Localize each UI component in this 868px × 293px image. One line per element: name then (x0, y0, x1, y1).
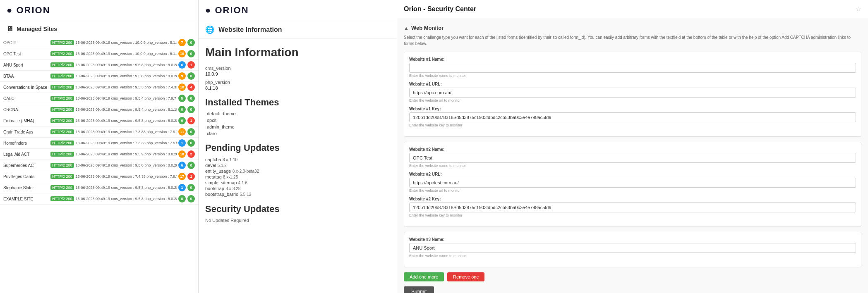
web-monitor-header[interactable]: ▲ Web Monitor (404, 25, 861, 31)
website-1-name-group: Website #1 Name: Enter the website name … (409, 57, 856, 78)
update-count-badge: 6 (178, 61, 186, 69)
add-remove-row: Add one more Remove one (404, 272, 861, 281)
table-row[interactable]: Homefinders HTTP/2 200 13-06-2023 09:49:… (0, 138, 198, 149)
site-date-info: 13-06-2023 09:49:19 cms_version : 9.5.4 … (76, 107, 177, 112)
left-panel: ● ORION 🖥 Managed Sites OPC IT HTTP/2 20… (0, 0, 199, 293)
website-3-name-group: Website #3 Name: Enter the website name … (409, 237, 856, 258)
update-item: entity_usage 8.x-2.0-beta32 (205, 168, 390, 174)
table-row[interactable]: Embrace (IMHA) HTTP/2 200 13-06-2023 09:… (0, 115, 198, 126)
cms-value: 10.0.9 (205, 71, 390, 76)
site-name: Embrace (IMHA) (3, 119, 49, 123)
http-status-badge: HTTP/2 200 (50, 62, 74, 67)
security-count-badge: 0 (187, 184, 195, 191)
installed-themes-title: Installed Themes (205, 97, 390, 108)
website-1-url-input[interactable] (409, 88, 856, 98)
mid-logo: ● ORION (205, 5, 390, 16)
website-2-key-label: Website #2 Key: (409, 197, 856, 201)
table-row[interactable]: Grain Trade Aus HTTP/2 200 13-06-2023 09… (0, 126, 198, 138)
site-date-info: 13-06-2023 09:49:19 cms_version : 9.5.9 … (76, 152, 177, 156)
table-row[interactable]: OPC IT HTTP/2 200 13-06-2023 09:49:19 cm… (0, 37, 198, 48)
site-date-info: 13-06-2023 09:49:19 cms_version : 10.0.9… (76, 40, 177, 45)
website-3-name-hint: Enter the website name to monitor (409, 254, 856, 258)
star-icon[interactable]: ☆ (856, 5, 861, 13)
table-row[interactable]: CALC HTTP/2 200 13-06-2023 09:49:19 cms_… (0, 93, 198, 104)
update-name: entity_usage (205, 169, 231, 174)
site-name: OPC Test (3, 52, 49, 56)
left-logo: ● ORION (7, 5, 192, 16)
update-version: 8.x-1.10 (223, 157, 237, 162)
http-status-badge: HTTP/2 200 (50, 152, 74, 157)
website-1-name-input[interactable] (409, 63, 856, 73)
website-3-name-input[interactable] (409, 243, 856, 253)
security-count-badge: 0 (187, 39, 195, 46)
http-status-badge: HTTP/2 200 (50, 118, 74, 123)
website-info-icon: 🌐 (205, 25, 214, 34)
site-name: Legal Aid ACT (3, 152, 49, 157)
update-name: captcha (205, 157, 221, 162)
theme-item: default_theme (205, 111, 390, 116)
table-row[interactable]: Superheroes ACT HTTP/2 200 13-06-2023 09… (0, 160, 198, 171)
website-2-block: Website #2 Name: Enter the website name … (404, 142, 861, 227)
table-row[interactable]: Stephanie Slater HTTP/2 200 13-06-2023 0… (0, 182, 198, 193)
website-1-name-hint: Enter the website name to monitor (409, 74, 856, 78)
collapse-icon[interactable]: ▲ (404, 25, 409, 31)
themes-list: default_themeopcitadmin_themeclaro (205, 111, 390, 136)
theme-item: claro (205, 131, 390, 136)
website-3-block: Website #3 Name: Enter the website name … (404, 232, 861, 267)
table-row[interactable]: Privilleges Cards HTTP/2 200 13-06-2023 … (0, 171, 198, 182)
site-date-info: 13-06-2023 09:49:19 cms_version : 7.3.33… (76, 141, 177, 145)
security-count-badge: 0 (187, 195, 195, 202)
site-name: CRCNA (3, 107, 49, 112)
table-row[interactable]: CRCNA HTTP/2 200 13-06-2023 09:49:19 cms… (0, 104, 198, 115)
website-2-key-hint: Enter the website key to monitor (409, 213, 856, 217)
website-2-url-label: Website #2 URL: (409, 172, 856, 176)
site-name: Homefinders (3, 141, 49, 145)
website-2-name-group: Website #2 Name: Enter the website name … (409, 147, 856, 168)
sites-table: OPC IT HTTP/2 200 13-06-2023 09:49:19 cm… (0, 37, 198, 205)
submit-button[interactable]: Submit (404, 286, 434, 293)
security-count-badge: 1 (187, 173, 195, 180)
mid-logo-text: ORION (215, 5, 249, 15)
http-status-badge: HTTP/2 200 (50, 85, 74, 90)
update-count-badge: 0 (178, 195, 186, 202)
remove-one-button[interactable]: Remove one (447, 272, 484, 281)
table-row[interactable]: Legal Aid ACT HTTP/2 200 13-06-2023 09:4… (0, 149, 198, 160)
update-count-badge: 6 (178, 162, 186, 169)
website-2-key-input[interactable] (409, 202, 856, 212)
table-row[interactable]: Conversations In Space HTTP/2 200 13-06-… (0, 82, 198, 93)
right-panel: Orion - Security Center ☆ ▲ Web Monitor … (397, 0, 868, 293)
site-name: Superheroes ACT (3, 163, 49, 168)
website-1-key-group: Website #1 Key: Enter the website key to… (409, 107, 856, 127)
middle-panel: ● ORION 🌐 Website Information Main Infor… (199, 0, 397, 293)
update-count-badge: 1 (178, 184, 186, 191)
table-row[interactable]: EXAMPLE SITE HTTP/2 200 13-06-2023 09:49… (0, 193, 198, 205)
update-count-badge: 10 (178, 83, 186, 91)
security-count-badge: 1 (187, 61, 195, 69)
security-count-badge: 0 (187, 106, 195, 113)
website-2-url-group: Website #2 URL: Enter the website url to… (409, 172, 856, 193)
update-version: 5.1.2 (218, 163, 227, 168)
security-count-badge: 0 (187, 72, 195, 80)
table-row[interactable]: ANU Sport HTTP/2 200 13-06-2023 09:49:19… (0, 60, 198, 71)
website-2-name-input[interactable] (409, 153, 856, 163)
add-one-more-button[interactable]: Add one more (404, 272, 444, 281)
table-row[interactable]: OPC Test HTTP/2 200 13-06-2023 09:49:19 … (0, 48, 198, 60)
website-1-key-label: Website #1 Key: (409, 107, 856, 111)
monitor-description: Select the challenge type you want for e… (404, 34, 861, 47)
theme-item: opcit (205, 118, 390, 123)
site-name: BTAA (3, 74, 49, 79)
main-info-title: Main Information (205, 46, 390, 59)
update-item: devel 5.1.2 (205, 162, 390, 168)
website-2-url-input[interactable] (409, 178, 856, 188)
website-1-key-hint: Enter the website key to monitor (409, 123, 856, 127)
website-1-key-input[interactable] (409, 112, 856, 122)
update-count-badge: 5 (178, 95, 186, 102)
update-count-badge: 0 (178, 117, 186, 124)
http-status-badge: HTTP/2 200 (50, 185, 74, 190)
update-item: captcha 8.x-1.10 (205, 157, 390, 162)
http-status-badge: HTTP/2 200 (50, 74, 74, 79)
site-date-info: 13-06-2023 09:49:19 cms_version : 10.0.9… (76, 52, 177, 56)
site-name: EXAMPLE SITE (3, 197, 49, 201)
table-row[interactable]: BTAA HTTP/2 200 13-06-2023 09:49:19 cms_… (0, 71, 198, 82)
website-1-name-label: Website #1 Name: (409, 57, 856, 62)
